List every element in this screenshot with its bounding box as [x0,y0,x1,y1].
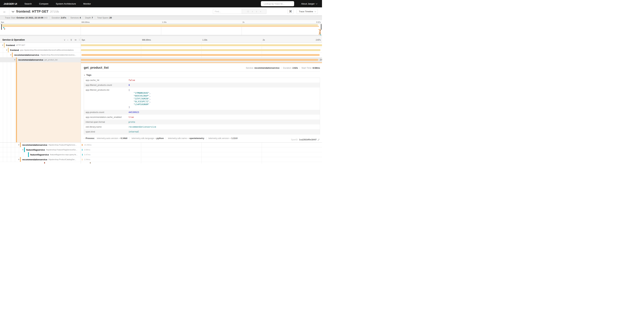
trace-id-search[interactable] [261,1,294,6]
tag-row[interactable]: span.kindinternal [84,129,320,134]
span-row[interactable]: ∨recommendationserviceget_product_list2.… [0,58,322,62]
span-row-tree-cell: ∨recommendationserviceget_product_list [0,58,81,62]
trace-summary-bar: Trace StartOctober 22 2022, 22:10:09.543… [0,16,322,20]
selected-span-bar-strip [81,62,322,63]
minimap-scrub-handle[interactable] [321,24,322,30]
span-collapse-chevron-icon[interactable]: ∨ [10,54,12,56]
span-row-tree-cell: featureflagservicefeatureflagservice.rep… [0,152,81,157]
expand-all-icon[interactable]: ≫ [74,39,77,41]
span-duration-bar[interactable] [81,44,322,46]
span-row[interactable]: ∨recommendationservice/hipstershop.Featu… [0,142,322,148]
tag-row[interactable]: app.recommendation.cache_enabledtrue [84,115,320,120]
span-row[interactable]: ∨frontendgrpc.hipstershop.Recommendation… [0,48,322,52]
focus-target-icon[interactable] [247,10,249,12]
nav-links: SearchCompareSystem ArchitectureMonitor [24,2,98,5]
tag-key: app.filtered_products.list [84,88,127,110]
app-brand[interactable]: JAEGER UI [4,2,17,5]
trace-id-search-input[interactable] [264,2,293,5]
keyboard-shortcuts-button[interactable]: ⌘ [288,9,294,14]
operation-name: /hipstershop.FeatureFlagService/Ge... [46,149,77,151]
tag-row[interactable]: app.cache_hitfalse [84,78,320,83]
span-collapse-chevron-icon[interactable]: ∨ [2,44,3,46]
find-prev-icon[interactable]: ∧ [252,10,253,12]
span-duration-bar[interactable] [82,149,82,151]
timeline-gridline [141,152,141,157]
back-arrow-icon: ← [3,10,6,14]
timeline-content: Service & Operation ∨ › ≫ ≫ 0μs666.89ms1… [0,37,322,164]
collapse-trace-chevron-icon[interactable] [12,10,14,12]
timeline-gridline [141,142,141,147]
span-duration-bar[interactable] [82,54,320,56]
indent-guide [3,152,3,157]
deep-link-icon[interactable] [318,139,320,141]
span-duration-label: 3.68ms [84,149,90,151]
find-clear-icon[interactable]: × [260,10,262,13]
expand-one-icon[interactable]: › [67,39,68,41]
span-row[interactable]: ∨frontendHTTP GET [0,43,322,48]
collapse-all-icon[interactable]: ≫ [70,38,72,41]
trace-view-label: Trace Timeline [299,10,313,13]
span-duration-label: 14.49ms [84,144,92,146]
nav-link-monitor[interactable]: Monitor [83,2,91,5]
nav-link-system-architecture[interactable]: System Architecture [56,2,76,5]
tag-row[interactable]: otel.library.namerecommendationservice [84,124,320,129]
chevron-down-icon: ∨ [84,74,85,76]
tag-row[interactable]: internal.span.formatproto [84,120,320,124]
tag-value: proto [127,120,320,124]
span-duration-bar[interactable] [82,144,82,146]
indent-guide [3,148,3,152]
span-row[interactable]: featureflagservicefeatureflagservice.rep… [0,152,322,157]
operation-name: get_product_list [44,59,58,61]
nav-link-search[interactable]: Search [24,2,32,5]
tag-row[interactable]: app.products.count44530923 [84,110,320,115]
span-row[interactable]: ∨recommendationservice/hipstershop.Produ… [0,157,322,162]
process-tag: telemetry.sdk.version = 1.13.0 [208,137,238,140]
tag-value: recommendationservice [127,124,320,129]
span-duration-bar[interactable] [81,59,318,61]
tags-accordion-header[interactable]: ∨Tags [84,74,320,76]
span-collapse-chevron-icon[interactable]: ∨ [22,148,24,151]
minimap-scrub-handle[interactable] [1,24,2,30]
panel-divider[interactable] [81,37,81,164]
tag-value: 44530923 [127,110,320,115]
chevron-down-icon [316,3,318,4]
trace-view-selector[interactable]: Trace Timeline [297,9,318,14]
divider [50,16,50,19]
span-row-timeline-cell [81,48,322,52]
span-row[interactable]: ∨featureflagservice/hipstershop.FeatureF… [0,148,322,152]
find-next-icon[interactable]: ∨ [256,10,257,12]
span-rows-top: ∨frontendHTTP GET∨frontendgrpc.hipstersh… [0,43,322,62]
trace-id-short: 2f715fb [50,10,59,13]
span-duration-bar[interactable] [82,159,82,160]
trace-minimap[interactable] [0,24,322,35]
partial-span-row[interactable] [0,162,322,164]
span-row[interactable]: ∨recommendationservice/hipstershop.Recom… [0,52,322,58]
span-row-timeline-cell: 2.62s [81,58,322,62]
minimap-span-bar [319,32,321,32]
span-detail-header: get_product_list Service: recommendation… [84,63,320,72]
tag-row[interactable]: app.filtered_products.list["1YMWWN1N4O",… [84,88,320,110]
span-duration-bar[interactable] [81,49,320,51]
indent-guide [19,148,19,152]
find-input[interactable] [213,9,242,14]
span-collapse-chevron-icon[interactable]: ∨ [18,144,20,146]
collapse-one-icon[interactable]: ∨ [64,39,66,41]
column-resize-handle[interactable] [79,39,80,41]
back-button[interactable]: ← [0,8,10,16]
service-name: frontend [10,49,19,51]
minimap-gap [0,35,322,37]
process-row[interactable]: › Process: telemetry.auto.version = 0.34… [84,137,320,140]
tick-label: 0μs [82,39,85,41]
selected-span-gutter-fill [17,62,81,142]
tick-label: 666.89ms [142,39,151,41]
span-collapse-chevron-icon[interactable]: ∨ [14,58,16,61]
span-row-timeline-cell: 1.04ms [81,157,322,162]
tag-row[interactable]: app.filtered_products.count8 [84,82,320,88]
span-collapse-chevron-icon[interactable]: ∨ [18,158,20,160]
about-jaeger-menu[interactable]: About Jaeger [301,2,317,5]
service-operation-header: Service & Operation ∨ › ≫ ≫ [0,37,81,43]
span-collapse-chevron-icon[interactable]: ∨ [6,49,8,51]
span-duration-bar[interactable] [82,154,82,156]
process-tag: telemetry.sdk.name = opentelemetry [168,137,204,140]
nav-link-compare[interactable]: Compare [39,2,48,5]
